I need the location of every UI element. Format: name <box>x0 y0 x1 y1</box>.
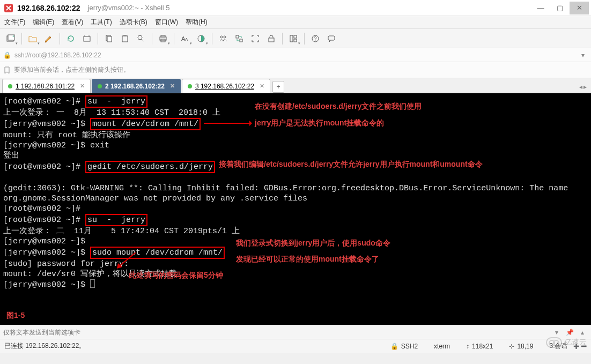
tab-label: 3 192.168.26.102:22 <box>195 83 254 90</box>
svg-rect-20 <box>290 35 293 42</box>
status-term: xterm <box>434 343 450 350</box>
svg-rect-6 <box>122 36 128 42</box>
tab-2[interactable]: 2 192.168.26.102:22✕ <box>92 79 181 93</box>
find-button[interactable] <box>134 31 149 46</box>
resize-icon: ↕ <box>466 343 469 350</box>
menu-help[interactable]: 帮助(H) <box>186 18 208 27</box>
highlight-box: su - jerry <box>85 214 147 226</box>
status-dot-icon <box>188 84 192 88</box>
title-bar: 192.168.26.102:22 jerry@vms002:~ - Xshel… <box>0 0 591 16</box>
svg-point-16 <box>224 36 226 38</box>
svg-rect-25 <box>328 36 335 40</box>
help-button[interactable]: ? <box>308 31 323 46</box>
arrow-icon <box>117 252 138 269</box>
svg-rect-18 <box>240 39 242 42</box>
minimize-button[interactable]: — <box>531 2 550 14</box>
svg-line-28 <box>120 252 136 266</box>
svg-point-15 <box>220 36 223 38</box>
annotation: 在没有创建/etc/sudoers.d/jerry文件之前我们使用 <box>255 101 422 112</box>
tab-label: 2 192.168.26.102:22 <box>105 83 165 90</box>
title-subtitle: jerry@vms002:~ - Xshell 5 <box>88 4 170 12</box>
highlight-box: mount /dev/cdrom /mnt/ <box>90 118 201 130</box>
copy-button[interactable] <box>101 31 116 46</box>
status-pos: ⊹18,19 <box>509 343 533 350</box>
status-connection: 已连接 192.168.26.102:22。 <box>4 341 374 351</box>
send-pin-button[interactable]: 📌 <box>564 328 575 337</box>
svg-rect-10 <box>161 35 165 37</box>
svg-rect-5 <box>107 36 112 42</box>
position-icon: ⊹ <box>509 343 514 350</box>
terminal[interactable]: [root@vms002 ~]# su - jerry 上一次登录： 一 8月 … <box>0 93 591 325</box>
address-dropdown[interactable]: ▾ <box>578 51 588 59</box>
highlight-box: su - jerry <box>85 95 147 108</box>
annotation: 我们登录式切换到jerry用户后，使用sudo命令 <box>236 238 390 248</box>
svg-text:?: ? <box>314 36 317 42</box>
send-bar: ▾ 📌 ▴ <box>0 325 591 339</box>
tab-1[interactable]: 1 192.168.26.101:22✕ <box>2 79 91 93</box>
tab-label: 1 192.168.26.101:22 <box>16 83 75 90</box>
address-bar: 🔒 ssh://root@192.168.26.102:22 ▾ <box>0 48 591 62</box>
lock-button[interactable] <box>264 31 279 46</box>
svg-text:+: + <box>12 34 15 39</box>
menu-tools[interactable]: 工具(T) <box>91 18 112 27</box>
status-ssh: 🔒SSH2 <box>390 343 418 350</box>
app-icon <box>4 4 13 12</box>
layout-button[interactable]: ▾ <box>286 31 301 46</box>
close-tab-icon[interactable]: ✕ <box>170 83 175 90</box>
chat-button[interactable] <box>324 31 339 46</box>
color-button[interactable]: ▾ <box>194 31 209 46</box>
svg-rect-3 <box>84 36 90 41</box>
print-button[interactable]: ▾ <box>156 31 171 46</box>
open-button[interactable]: ▾ <box>25 31 40 46</box>
tab-nav: ◂▸ <box>577 81 589 93</box>
add-tab-button[interactable]: + <box>272 81 284 93</box>
send-up-button[interactable]: ▴ <box>577 328 588 337</box>
annotation: 此处填写的密码会保留5分钟 <box>129 270 223 280</box>
highlight-box: gedit /etc/sudoers.d/jerry <box>85 161 215 173</box>
paste-button[interactable] <box>117 31 132 46</box>
close-tab-icon[interactable]: ✕ <box>260 83 264 90</box>
menu-view[interactable]: 查看(V) <box>62 18 83 27</box>
disconnect-button[interactable] <box>79 31 94 46</box>
watermark-text: 亿速云 <box>564 338 587 347</box>
svg-marker-27 <box>249 121 252 126</box>
address-text[interactable]: ssh://root@192.168.26.102:22 <box>14 51 578 59</box>
svg-rect-19 <box>269 38 274 42</box>
tab-3[interactable]: 3 192.168.26.102:22✕ <box>182 79 270 93</box>
status-size: ↕118x21 <box>466 343 493 350</box>
send-target-button[interactable]: ▾ <box>551 328 562 337</box>
window-controls: — ▢ ✕ <box>531 2 589 14</box>
lock-icon: 🔒 <box>3 51 11 59</box>
tab-next-button[interactable]: ▸ <box>583 83 587 91</box>
close-button[interactable]: ✕ <box>570 2 589 14</box>
edit-button[interactable] <box>41 31 56 46</box>
svg-point-8 <box>138 35 142 40</box>
close-tab-icon[interactable]: ✕ <box>80 83 85 90</box>
svg-rect-21 <box>294 35 297 38</box>
send-input[interactable] <box>3 329 551 336</box>
menu-bar: 文件(F) 编辑(E) 查看(V) 工具(T) 选项卡(B) 窗口(W) 帮助(… <box>0 16 591 29</box>
menu-edit[interactable]: 编辑(E) <box>33 18 54 27</box>
menu-window[interactable]: 窗口(W) <box>155 18 178 27</box>
menu-tabs[interactable]: 选项卡(B) <box>120 18 147 27</box>
figure-label: 图1-5 <box>6 310 25 321</box>
status-dot-icon <box>98 84 102 88</box>
annotation: 接着我们编辑/etc/sudoers.d/jerry文件允许jerry用户执行m… <box>219 159 483 169</box>
svg-rect-7 <box>123 35 127 36</box>
maximize-button[interactable]: ▢ <box>550 2 570 14</box>
info-bar: 要添加当前会话，点击左侧的箭头按钮。 <box>0 62 591 78</box>
new-session-button[interactable]: +▾ <box>3 31 18 46</box>
watermark: 亿速云 <box>546 337 587 348</box>
bookmark-icon[interactable] <box>3 66 11 74</box>
svg-rect-17 <box>236 35 239 38</box>
users-button[interactable] <box>216 31 231 46</box>
fullscreen-button[interactable] <box>248 31 263 46</box>
status-bar: 已连接 192.168.26.102:22。 🔒SSH2 xterm ↕118x… <box>0 339 591 353</box>
font-button[interactable]: AA▾ <box>178 31 193 46</box>
menu-file[interactable]: 文件(F) <box>4 18 25 27</box>
highlight-box: sudo mount /dev/cdrom /mnt/ <box>90 247 225 259</box>
tab-prev-button[interactable]: ◂ <box>579 83 582 91</box>
reconnect-button[interactable] <box>63 31 78 46</box>
toolbar: +▾ ▾ ▾ AA▾ ▾ ▾ ? <box>0 29 591 48</box>
transfer-button[interactable] <box>232 31 247 46</box>
